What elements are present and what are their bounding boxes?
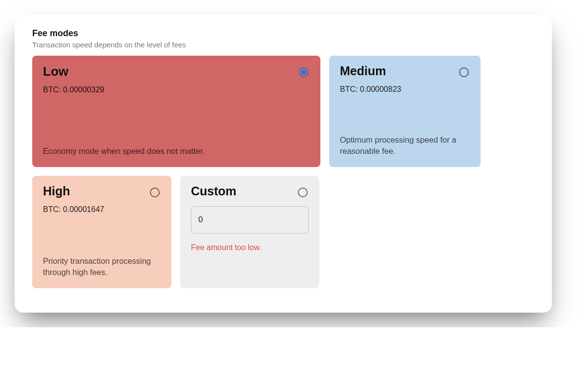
fee-row-1: Low BTC: 0.00000329 Economy mode when sp… [32, 56, 534, 167]
fee-modes-card: Fee modes Transaction speed depends on t… [15, 15, 552, 313]
radio-unselected-icon[interactable] [297, 187, 309, 198]
fee-tile-high[interactable]: High BTC: 0.00001647 Priority transactio… [32, 176, 171, 288]
fee-tile-high-desc: Priority transaction processing through … [43, 255, 161, 277]
radio-selected-icon[interactable] [298, 66, 310, 78]
fee-tile-low-title: Low [43, 64, 68, 79]
custom-fee-input[interactable] [191, 206, 309, 233]
svg-point-4 [298, 188, 307, 197]
section-subtitle: Transaction speed depends on the level o… [32, 41, 534, 49]
fee-tile-low-amount: BTC: 0.00000329 [43, 85, 310, 94]
svg-point-1 [301, 70, 306, 75]
fee-tile-medium[interactable]: Medium BTC: 0.00000823 Optimum processin… [329, 56, 481, 167]
fee-tile-custom[interactable]: Custom Fee amount too low. [180, 176, 319, 288]
svg-point-2 [460, 68, 468, 77]
fee-tile-high-title: High [43, 185, 70, 198]
radio-unselected-icon[interactable] [458, 66, 470, 78]
fee-tile-custom-title: Custom [191, 185, 236, 198]
radio-unselected-icon[interactable] [149, 187, 161, 198]
fee-tile-high-amount: BTC: 0.00001647 [43, 205, 161, 214]
svg-point-3 [150, 188, 159, 197]
fee-tile-low[interactable]: Low BTC: 0.00000329 Economy mode when sp… [32, 56, 320, 167]
fee-row-2: High BTC: 0.00001647 Priority transactio… [32, 176, 534, 288]
fee-tile-medium-title: Medium [340, 64, 386, 78]
fee-tile-medium-amount: BTC: 0.00000823 [340, 85, 470, 94]
custom-fee-error: Fee amount too low. [191, 243, 309, 252]
fee-tile-low-desc: Economy mode when speed does not matter. [43, 146, 310, 156]
fee-tile-medium-desc: Optimum processing speed for a reasonabl… [340, 134, 470, 156]
section-title: Fee modes [32, 28, 534, 39]
